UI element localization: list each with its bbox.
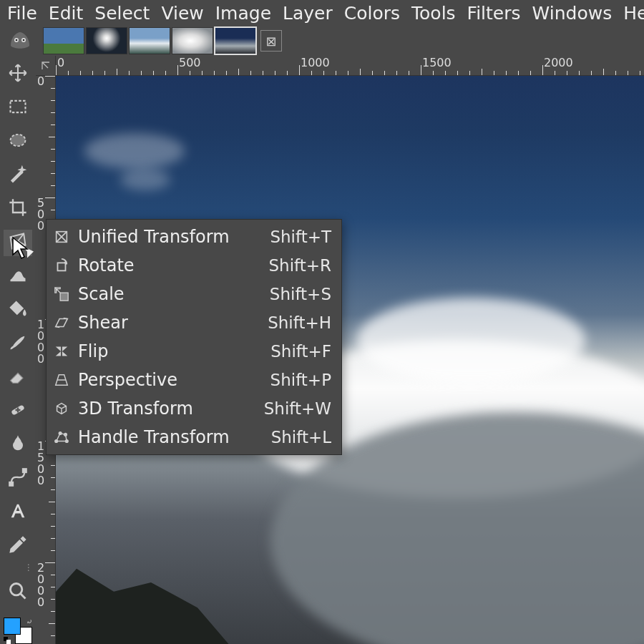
close-icon: ⊠ xyxy=(265,34,276,49)
ruler-h-label: 1000 xyxy=(301,56,330,69)
shear-icon xyxy=(52,313,71,332)
handle-icon xyxy=(52,428,71,447)
paintbrush-tool[interactable] xyxy=(4,331,32,358)
menu-item-3d-transform[interactable]: 3D TransformShift+W xyxy=(47,394,341,423)
svg-rect-4 xyxy=(11,101,26,112)
ruler-v-label: 1500 xyxy=(37,441,44,487)
menu-file[interactable]: File xyxy=(1,1,43,26)
menu-item-rotate[interactable]: RotateShift+R xyxy=(47,251,341,280)
transform-tool[interactable] xyxy=(4,230,32,256)
menu-item-label: Unified Transform xyxy=(78,227,263,247)
scale-icon xyxy=(52,285,71,303)
menu-tools[interactable]: Tools xyxy=(406,1,462,26)
menu-item-flip[interactable]: FlipShift+F xyxy=(47,337,341,366)
menu-item-label: Scale xyxy=(78,284,263,304)
menu-item-perspective[interactable]: PerspectiveShift+P xyxy=(47,366,341,394)
smudge-icon xyxy=(8,434,28,457)
ruler-v-label: 2000 xyxy=(37,562,44,608)
svg-point-2 xyxy=(16,39,18,42)
move-icon xyxy=(8,63,28,87)
menu-view[interactable]: View xyxy=(155,1,209,26)
zoom-icon xyxy=(8,581,28,605)
zoom-tool[interactable] xyxy=(4,580,32,606)
ruler-v-label: 0 xyxy=(37,76,44,87)
svg-rect-8 xyxy=(9,482,13,486)
flip-icon xyxy=(52,342,71,361)
freeselect-tool[interactable] xyxy=(4,129,32,155)
menu-item-shortcut: Shift+S xyxy=(270,285,331,303)
color-swatches[interactable]: ⤾ xyxy=(4,618,32,644)
menu-windows[interactable]: Windows xyxy=(527,1,618,26)
svg-point-14 xyxy=(55,440,58,443)
default-colors-icon[interactable] xyxy=(4,637,11,644)
ruler-v-label: 1000 xyxy=(37,319,44,365)
menu-item-label: Perspective xyxy=(78,370,263,390)
ruler-origin[interactable] xyxy=(36,56,56,76)
menu-item-handle-transform[interactable]: Handle TransformShift+L xyxy=(47,423,341,452)
rect-select-tool[interactable] xyxy=(4,95,32,122)
menu-colors[interactable]: Colors xyxy=(338,1,406,26)
menu-item-unified-transform[interactable]: Unified TransformShift+T xyxy=(47,223,341,251)
fg-color-swatch[interactable] xyxy=(4,618,21,635)
app-logo-icon xyxy=(3,26,37,55)
menu-image[interactable]: Image xyxy=(210,1,277,26)
bucket-fill-tool[interactable] xyxy=(4,297,32,323)
svg-rect-13 xyxy=(60,293,68,301)
eraser-icon xyxy=(8,366,28,390)
path-tool[interactable] xyxy=(4,466,32,492)
menu-item-scale[interactable]: ScaleShift+S xyxy=(47,280,341,308)
picker-icon xyxy=(8,535,28,558)
image-tabs-bar: ⊠ xyxy=(0,26,644,56)
menu-item-shortcut: Shift+F xyxy=(270,342,331,361)
svg-point-10 xyxy=(11,583,22,595)
image-tab[interactable] xyxy=(86,27,127,54)
wand-icon xyxy=(8,164,28,187)
ruler-h-label: 0 xyxy=(57,56,64,69)
menu-item-shortcut: Shift+W xyxy=(264,399,331,418)
menu-item-label: Shear xyxy=(78,313,260,333)
canvas-image-content xyxy=(56,537,235,644)
transform-tools-menu: Unified TransformShift+TRotateShift+RSca… xyxy=(46,219,342,455)
ruler-horizontal[interactable]: 0500100015002000 xyxy=(56,56,644,76)
crop-tool[interactable] xyxy=(4,196,32,223)
image-tab[interactable] xyxy=(43,27,84,54)
fuzzy-select-tool[interactable] xyxy=(4,162,32,189)
menu-edit[interactable]: Edit xyxy=(43,1,89,26)
image-tab[interactable] xyxy=(172,27,213,54)
menu-item-label: Handle Transform xyxy=(78,427,264,447)
menu-item-label: Flip xyxy=(78,341,263,361)
menu-item-shortcut: Shift+L xyxy=(271,428,331,447)
swap-colors-icon[interactable]: ⤾ xyxy=(26,618,32,625)
toolbox-resize-dots[interactable]: ⋮ xyxy=(24,562,34,572)
color-picker-tool[interactable] xyxy=(4,533,32,560)
svg-point-16 xyxy=(64,434,67,436)
menu-item-shear[interactable]: ShearShift+H xyxy=(47,308,341,337)
path-icon xyxy=(8,467,28,491)
menu-help[interactable]: Help xyxy=(618,1,644,26)
heal-tool[interactable] xyxy=(4,399,32,425)
menu-item-shortcut: Shift+R xyxy=(268,256,331,275)
ruler-v-label: 500 xyxy=(37,197,44,232)
eraser-tool[interactable] xyxy=(4,365,32,391)
menu-select[interactable]: Select xyxy=(89,1,155,26)
close-tab-button[interactable]: ⊠ xyxy=(260,30,282,52)
brush-icon xyxy=(8,333,28,356)
smudge-tool[interactable] xyxy=(4,432,32,459)
svg-point-15 xyxy=(59,432,62,435)
image-tab[interactable] xyxy=(129,27,170,54)
ruler-h-label: 2000 xyxy=(544,56,573,69)
crop-icon xyxy=(8,197,28,221)
toolbox: ⋮⤾ xyxy=(0,56,36,644)
rect-sel-icon xyxy=(8,97,28,120)
move-tool[interactable] xyxy=(4,62,32,88)
warp-tool[interactable] xyxy=(4,263,32,290)
text-tool[interactable] xyxy=(4,499,32,526)
menu-layer[interactable]: Layer xyxy=(277,1,338,26)
bucket-icon xyxy=(8,298,28,322)
svg-point-3 xyxy=(23,39,25,42)
image-tab-active[interactable] xyxy=(215,27,256,54)
warp-icon xyxy=(8,265,28,288)
menu-filters[interactable]: Filters xyxy=(462,1,527,26)
transform-icon xyxy=(8,231,28,255)
ruler-h-label: 500 xyxy=(179,56,201,69)
